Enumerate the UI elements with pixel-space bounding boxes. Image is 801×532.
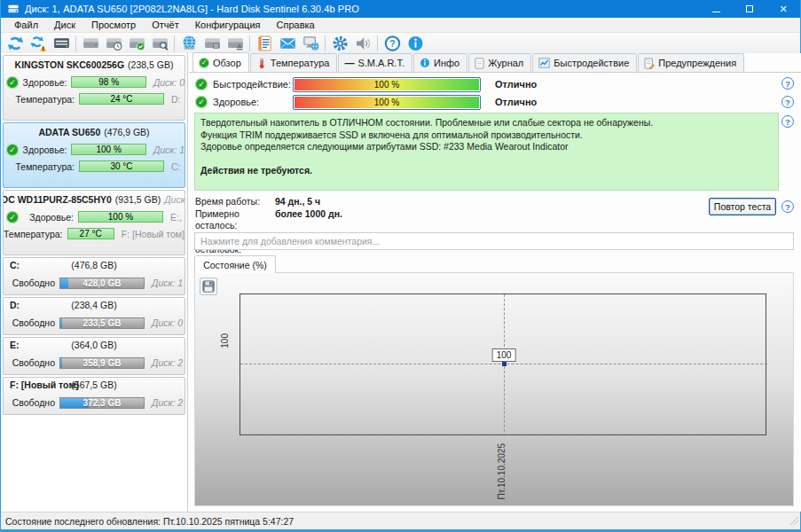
free-space-bar: 372,3 GB — [59, 397, 145, 409]
floppy-icon — [202, 280, 215, 293]
refresh-warning-icon[interactable] — [27, 34, 50, 52]
check-circle-icon: ✓ — [195, 96, 208, 108]
health-label: Здоровье: — [19, 77, 67, 88]
performance-label: Быстродействие: — [213, 79, 293, 90]
status-message-line: Функция TRIM поддерживается SSD и включе… — [200, 129, 773, 142]
chart-icon — [538, 58, 550, 68]
check-circle-icon: ✓ — [195, 78, 208, 90]
free-label: Свободно — [4, 278, 55, 288]
sounds-icon[interactable] — [351, 34, 374, 52]
disk-card-adata-selected[interactable]: ADATA SU650(476,9 GB) ✓ Здоровье: 100 % … — [3, 122, 185, 188]
drive-letter: E:, — [170, 212, 182, 223]
disk-size: (931,5 GB) — [115, 194, 161, 205]
performance-status: Отлично — [495, 79, 537, 90]
stat-value: 94 дн., 5 ч — [275, 196, 320, 208]
temp-label: Температура: — [4, 94, 75, 105]
document-icon — [475, 58, 484, 69]
help-retest-icon[interactable]: ? — [781, 200, 794, 213]
disk-card-wdc[interactable]: WDC WD11PURZ-85C5HY0(931,5 GB)Диск: 2 ✓ … — [3, 190, 185, 255]
disk-card-kingston[interactable]: KINGSTON SKC600256G(238,5 GB) ✓ Здоровье… — [3, 55, 185, 121]
partition-card-e[interactable]: E: (364,0 GB) Свободно 358,9 GB Диск: 2 — [3, 337, 185, 375]
menu-configuration[interactable]: Конфигурация — [187, 19, 269, 31]
alert-page-icon — [644, 58, 655, 69]
health-row: ✓ Здоровье: 100 % Отлично — [189, 93, 537, 111]
menu-help[interactable]: Справка — [269, 19, 323, 31]
chart-data-point — [502, 362, 507, 366]
tab-log[interactable]: Журнал — [468, 53, 531, 72]
minimize-button[interactable] — [699, 0, 733, 18]
settings-icon[interactable] — [328, 34, 351, 52]
tab-overview[interactable]: ✓ Обзор — [192, 52, 249, 72]
tab-temperature[interactable]: Температура — [250, 53, 338, 72]
check-circle-icon: ✓ — [199, 58, 209, 68]
stat-value: более 1000 дн. — [275, 208, 342, 232]
menu-report[interactable]: Отчёт — [144, 19, 186, 31]
free-space-bar: 233,5 GB — [59, 317, 145, 329]
email-icon[interactable] — [276, 34, 299, 52]
refresh-icon[interactable] — [4, 34, 27, 52]
health-ok-icon: ✓ — [6, 76, 19, 89]
menu-file[interactable]: Файл — [6, 19, 46, 31]
temp-bar: 30 °C — [79, 160, 164, 172]
close-button[interactable]: ✕ — [766, 0, 800, 18]
help-status-icon[interactable]: ? — [781, 115, 794, 128]
resize-grip[interactable] — [789, 516, 798, 525]
drive-letter: C: — [171, 161, 181, 172]
disk-accept-icon[interactable] — [125, 34, 148, 52]
tab-alerts[interactable]: Предупреждения — [638, 53, 744, 72]
help-health-icon[interactable]: ? — [781, 96, 794, 108]
about-icon[interactable] — [404, 34, 427, 52]
partition-card-f[interactable]: F: [Новый том] (567,5 GB) Свободно 372,3… — [3, 377, 185, 415]
disk-name: ADATA SU650 — [38, 127, 100, 137]
tab-status-chart[interactable]: Состояние (%) — [194, 255, 276, 273]
save-chart-button[interactable] — [200, 278, 217, 295]
status-message-box: Твердотельный накопитель в ОТЛИЧНОМ сост… — [194, 113, 779, 191]
network-icon[interactable] — [299, 34, 322, 52]
disk-clock-icon[interactable] — [102, 34, 125, 52]
menu-view[interactable]: Просмотр — [83, 19, 144, 31]
report-icon[interactable] — [253, 34, 276, 52]
help-performance-icon[interactable]: ? — [781, 77, 794, 90]
health-label: Здоровье: — [19, 145, 67, 155]
temp-label: Температура: — [4, 161, 75, 172]
statusbar: Состояние последнего обновления: Пт.10.1… — [1, 512, 800, 529]
disk-search-icon[interactable] — [148, 34, 171, 52]
temp-label: Температура: — [4, 229, 63, 239]
partition-size: (364,0 GB) — [4, 340, 185, 350]
disk-icon[interactable] — [79, 34, 102, 52]
performance-row: ✓ Быстродействие: 100 % Отлично — [189, 75, 537, 93]
disk-index: Диск: 2 — [152, 357, 183, 368]
partition-card-d[interactable]: D: (238,4 GB) Свободно 233,5 GB Диск: 0 — [3, 297, 185, 335]
health-ok-icon: ✓ — [6, 211, 19, 223]
drive-letter: F: [Новый том] — [122, 229, 185, 239]
disk-eject-icon[interactable] — [224, 34, 247, 52]
svg-text:?: ? — [389, 38, 395, 48]
free-space-bar: 358,9 GB — [59, 357, 145, 369]
chart-point-label: 100 — [492, 348, 516, 362]
disk-index: Диск: 2 — [164, 194, 185, 205]
tab-performance[interactable]: Быстродействие — [532, 53, 637, 72]
temp-bar: 27 °C — [67, 228, 114, 239]
retest-button[interactable]: Повтор теста — [709, 198, 776, 215]
tab-info[interactable]: Инфо — [413, 53, 467, 72]
health-bar: 98 % — [71, 76, 145, 88]
help-icon[interactable]: ? — [381, 34, 404, 52]
main-tabbar: ✓ Обзор Температура — S.M.A.R.T. Инфо — [189, 53, 801, 73]
health-bar: 100 % — [71, 144, 145, 155]
partition-card-c[interactable]: C: (476,8 GB) Свободно 428,0 GB Диск: 1 — [3, 257, 185, 295]
titlebar: Диск: 1, ADATA SU650 [2P082L2NA8LG] - Ha… — [1, 0, 800, 18]
disk-globe-icon[interactable] — [177, 34, 200, 52]
performance-bar: 100 % — [293, 77, 481, 92]
comment-input[interactable] — [194, 232, 794, 250]
free-space-bar: 428,0 GB — [59, 278, 145, 289]
disk-index: Диск: 0 — [152, 317, 183, 328]
maximize-button[interactable] — [733, 0, 766, 18]
app-icon — [7, 3, 20, 15]
status-action: Действия не требуются. — [200, 165, 773, 177]
tab-smart[interactable]: — S.M.A.R.T. — [338, 53, 412, 72]
disk-hardware-icon[interactable] — [200, 34, 224, 52]
disk-overview-icon[interactable] — [50, 34, 73, 52]
disk-name: KINGSTON SKC600256G — [15, 59, 125, 70]
menu-disk[interactable]: Диск — [46, 19, 83, 31]
dash-icon: — — [344, 58, 354, 68]
